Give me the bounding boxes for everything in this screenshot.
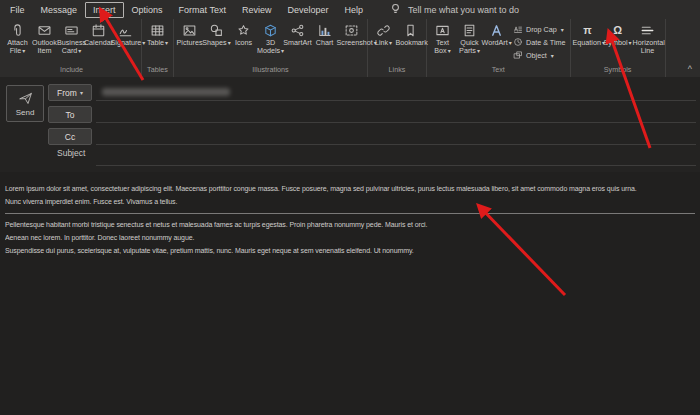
ribbon-tab-bar: File Message Insert Options Format Text …: [0, 0, 700, 19]
tell-me-label: Tell me what you want to do: [408, 5, 519, 15]
ribbon-button-horizontal-line[interactable]: Horizontal Line: [633, 19, 663, 55]
smartart-icon: [290, 22, 306, 38]
ribbon-group-illustrations: Pictures Shapes▾ Icons 3D Models▾ SmartA…: [174, 19, 368, 77]
send-icon: [17, 90, 33, 106]
ribbon-group-label: Include: [4, 64, 139, 77]
ribbon-button-business-card[interactable]: Business Card▾: [58, 19, 85, 55]
ribbon-stack: Drop Cap▾ Date & Time Object▾: [510, 19, 568, 60]
ribbon-group-label: Text: [429, 64, 568, 77]
from-field-line: [96, 100, 696, 101]
pictures-icon: [182, 22, 198, 38]
link-icon: [376, 22, 392, 38]
tab-review[interactable]: Review: [234, 2, 280, 18]
from-label: From: [57, 88, 77, 98]
cube-icon: [263, 22, 279, 38]
ribbon-group-include: Attach File▾ Outlook Item Business Card▾…: [2, 19, 142, 77]
dropdown-caret: ▾: [22, 48, 25, 54]
equation-icon: π: [580, 22, 596, 38]
tab-options[interactable]: Options: [124, 2, 171, 18]
signature-icon: [118, 22, 134, 38]
chart-icon: [317, 22, 333, 38]
tab-label: Review: [242, 5, 272, 15]
inserted-horizontal-line: [5, 213, 695, 214]
tab-label: File: [10, 5, 25, 15]
tell-me-box[interactable]: Tell me what you want to do: [387, 2, 519, 18]
body-paragraph: Nunc viverra imperdiet enim. Fusce est. …: [5, 195, 695, 208]
dropdown-caret: ▾: [165, 40, 168, 46]
clock-icon: [513, 37, 523, 47]
tab-insert[interactable]: Insert: [85, 2, 124, 18]
ribbon-button-icons[interactable]: Icons: [230, 19, 257, 47]
subject-label: Subject: [57, 148, 85, 158]
to-field-line: [96, 122, 696, 123]
icons-icon: [236, 22, 252, 38]
tab-label: Insert: [93, 5, 116, 15]
ribbon-button-screenshot[interactable]: Screenshot▾: [338, 19, 365, 47]
ribbon-button-shapes[interactable]: Shapes▾: [203, 19, 230, 47]
ribbon-group-links: Link▾ Bookmark Links: [368, 19, 427, 77]
ribbon-button-pictures[interactable]: Pictures: [176, 19, 203, 47]
ribbon-button-outlook-item[interactable]: Outlook Item: [31, 19, 58, 55]
ribbon-button-link[interactable]: Link▾: [370, 19, 397, 47]
tab-label: Format Text: [179, 5, 226, 15]
ribbon-button-smartart[interactable]: SmartArt: [284, 19, 311, 47]
body-paragraph: Lorem ipsum dolor sit amet, consectetuer…: [5, 182, 695, 195]
ribbon-button-text-box[interactable]: Text Box▾: [429, 19, 456, 55]
cc-label: Cc: [65, 132, 75, 142]
ribbon-button-symbol[interactable]: Ω Symbol▾: [603, 19, 633, 47]
body-paragraph: Suspendisse dui purus, scelerisque at, v…: [5, 244, 695, 257]
tab-help[interactable]: Help: [337, 2, 372, 18]
dropdown-caret: ▾: [561, 26, 564, 33]
tab-format-text[interactable]: Format Text: [171, 2, 234, 18]
dropdown-caret: ▾: [78, 48, 81, 54]
message-body[interactable]: Lorem ipsum dolor sit amet, consectetuer…: [0, 172, 700, 415]
from-button[interactable]: From ▾: [48, 84, 92, 101]
bookmark-icon: [403, 22, 419, 38]
ribbon-group-label: Symbols: [573, 64, 663, 77]
ribbon-button-chart[interactable]: Chart: [311, 19, 338, 47]
send-button[interactable]: Send: [6, 85, 44, 122]
tab-developer[interactable]: Developer: [279, 2, 336, 18]
ribbon-button-table[interactable]: Table▾: [144, 19, 171, 47]
ribbon-button-3d-models[interactable]: 3D Models▾: [257, 19, 284, 55]
tab-file[interactable]: File: [2, 2, 33, 18]
compose-header: Send From ▾ To Cc Subject: [0, 77, 700, 172]
shapes-icon: [209, 22, 225, 38]
cc-field-line: [96, 144, 696, 145]
to-button[interactable]: To: [48, 106, 92, 123]
outlook-item-icon: [37, 22, 53, 38]
dropdown-caret: ▾: [477, 48, 480, 54]
ribbon-button-object[interactable]: Object▾: [513, 50, 566, 60]
dropdown-caret: ▾: [629, 40, 632, 46]
tab-label: Developer: [287, 5, 328, 15]
ribbon-button-date-time[interactable]: Date & Time: [513, 37, 566, 47]
from-address-redacted: [102, 88, 230, 96]
calendar-icon: [91, 22, 107, 38]
quick-parts-icon: [462, 22, 478, 38]
cc-button[interactable]: Cc: [48, 128, 92, 145]
ribbon-group-label: Illustrations: [176, 64, 365, 77]
screenshot-icon: [344, 22, 360, 38]
text-box-icon: [435, 22, 451, 38]
ribbon-button-signature[interactable]: Signature▾: [112, 19, 139, 47]
tab-message[interactable]: Message: [33, 2, 86, 18]
subject-field-line: [96, 165, 696, 166]
body-paragraph: Pellentesque habitant morbi tristique se…: [5, 218, 695, 231]
ribbon-button-equation[interactable]: π Equation▾: [573, 19, 603, 47]
tab-label: Help: [345, 5, 364, 15]
wordart-icon: [489, 22, 505, 38]
ribbon-tabs: File Message Insert Options Format Text …: [2, 2, 371, 18]
collapse-ribbon-chevron[interactable]: ^: [688, 64, 692, 74]
ribbon-button-wordart[interactable]: WordArt▾: [483, 19, 510, 47]
dropdown-caret: ▾: [281, 48, 284, 54]
ribbon-button-attach-file[interactable]: Attach File▾: [4, 19, 31, 55]
tab-label: Message: [41, 5, 78, 15]
ribbon-group-label: Tables: [144, 64, 171, 77]
ribbon-button-calendar[interactable]: Calendar: [85, 19, 112, 47]
ribbon-group-tables: Table▾ Tables: [142, 19, 174, 77]
ribbon-button-quick-parts[interactable]: Quick Parts▾: [456, 19, 483, 55]
ribbon-button-bookmark[interactable]: Bookmark: [397, 19, 424, 47]
business-card-icon: [64, 22, 80, 38]
drop-cap-icon: [513, 24, 523, 34]
ribbon-button-drop-cap[interactable]: Drop Cap▾: [513, 24, 566, 34]
